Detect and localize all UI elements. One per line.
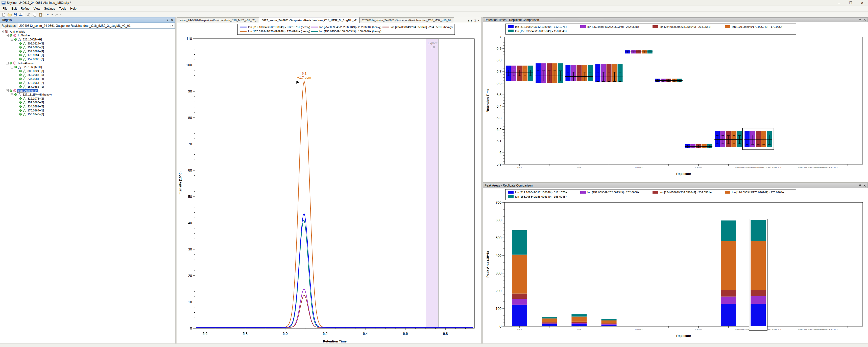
pa-stacked-bar[interactable] (541, 317, 557, 326)
rt-replicate-group[interactable] (565, 65, 593, 81)
expand-collapse-icon[interactable]: − (1, 30, 4, 33)
pa-bar-segment[interactable] (601, 320, 617, 323)
pa-bar-segment[interactable] (750, 296, 766, 304)
pa-bar-segment[interactable] (721, 241, 736, 290)
replicates-combobox[interactable]: 20240612_sonm_24-0661-Gasperino-Ravichan… (18, 23, 175, 29)
pa-bar-segment[interactable] (512, 255, 527, 294)
tree-item[interactable]: 308.0824+[3] (0, 41, 175, 46)
tree-item[interactable]: 158.0948+[3] (0, 112, 175, 116)
undo-button[interactable] (45, 12, 51, 18)
pa-stacked-bar[interactable] (721, 221, 736, 326)
tree-item[interactable]: 170.0964+[1] (0, 109, 175, 113)
tree-item[interactable]: 170.0964+[2] (0, 81, 175, 85)
menu-refine[interactable]: Refine (19, 6, 32, 11)
pa-bar-segment[interactable] (571, 322, 587, 323)
tab-pin-icon[interactable]: ⊼ (474, 19, 476, 22)
pa-bar-segment[interactable] (721, 304, 736, 326)
tree-item[interactable]: 157.0886+[2] (0, 57, 175, 61)
minimize-button[interactable]: – (833, 0, 845, 5)
rt-replicate-group[interactable] (685, 144, 712, 148)
save-button[interactable] (12, 12, 18, 18)
pa-bar-segment[interactable] (601, 319, 617, 320)
pa-bar-segment[interactable] (750, 220, 766, 241)
pa-bar-segment[interactable] (541, 323, 557, 324)
tab-close-icon[interactable]: ✕ (478, 19, 480, 22)
close-icon[interactable] (170, 18, 174, 22)
tree-item[interactable]: 252.0688+[5] (0, 73, 175, 77)
tree-item[interactable]: 157.0886+[1] (0, 85, 175, 89)
copy-button[interactable] (32, 12, 37, 18)
pa-bar-segment[interactable] (512, 230, 527, 255)
tree-item[interactable]: 252.0688+[5] (0, 45, 175, 49)
tree-item[interactable]: 234.0581+[4] (0, 77, 175, 81)
pin-icon[interactable] (858, 18, 862, 22)
tree-item[interactable]: −323.1060[M+H] (0, 37, 175, 41)
expand-collapse-icon[interactable]: − (6, 62, 8, 64)
pa-bar-segment[interactable] (750, 290, 766, 296)
pa-bar-segment[interactable] (541, 322, 557, 323)
rt-replicate-group[interactable] (535, 63, 563, 83)
pa-bar-segment[interactable] (541, 318, 557, 322)
dropdown-arrow-icon[interactable]: ▼ (59, 12, 62, 18)
pa-stacked-bar[interactable] (601, 319, 617, 326)
redo-button[interactable] (54, 12, 59, 18)
new-button[interactable] (1, 12, 6, 18)
pa-stacked-bar[interactable] (512, 230, 527, 326)
pa-bar-segment[interactable] (512, 299, 527, 305)
menu-settings[interactable]: Settings (42, 6, 57, 11)
pa-bar-segment[interactable] (750, 241, 766, 290)
chromatogram-tab[interactable]: 0612_sonm_24-0661-Gasperino-Ravichandran… (259, 17, 359, 23)
tree-item[interactable]: −323.1060[M+H] (0, 65, 175, 69)
tree-item[interactable]: 252.0688+[4] (0, 100, 175, 105)
pin-icon[interactable] (858, 183, 862, 187)
pa-bar-segment[interactable] (541, 317, 557, 318)
pa-bar-segment[interactable] (571, 317, 587, 322)
pa-bar-segment[interactable] (721, 221, 736, 241)
pa-bar-segment[interactable] (601, 324, 617, 325)
open-button[interactable] (6, 12, 12, 18)
pa-bar-segment[interactable] (721, 296, 736, 304)
import-button[interactable] (18, 12, 24, 18)
pin-icon[interactable] (165, 18, 169, 22)
menu-edit[interactable]: Edit (9, 6, 19, 11)
pa-bar-segment[interactable] (601, 323, 617, 324)
pa-bar-segment[interactable] (721, 290, 736, 297)
close-icon[interactable] (863, 18, 867, 22)
pa-bar-segment[interactable] (750, 304, 766, 326)
expand-collapse-icon[interactable]: − (6, 89, 8, 92)
tree-item[interactable]: 170.0964+[1] (0, 53, 175, 57)
chromatogram-tab[interactable]: _sonm_24-0661-Gasperino-Ravichandran_C18… (177, 18, 259, 23)
tree-item[interactable]: −beta-Alanine-d4 (0, 89, 175, 93)
dropdown-arrow-icon[interactable]: ▼ (51, 12, 54, 18)
close-icon[interactable] (863, 183, 867, 187)
rt-replicate-group[interactable] (505, 66, 533, 81)
tree-item[interactable]: 234.0581+[5] (0, 105, 175, 109)
expand-collapse-icon[interactable]: − (10, 38, 13, 41)
menu-tools[interactable]: Tools (57, 6, 68, 11)
cut-button[interactable] (26, 12, 32, 18)
menu-help[interactable]: Help (68, 6, 79, 11)
rt-replicate-group[interactable] (744, 131, 772, 147)
close-button[interactable]: ✕ (857, 0, 868, 5)
maximize-button[interactable]: ❐ (845, 0, 857, 5)
pa-stacked-bar[interactable] (571, 314, 587, 326)
pa-bar-segment[interactable] (571, 323, 587, 324)
pa-stacked-bar[interactable] (750, 220, 766, 326)
tree-item[interactable]: −Amino acids (0, 30, 175, 34)
chevron-down-icon[interactable]: ▼ (170, 25, 175, 27)
pa-bar-segment[interactable] (512, 305, 527, 326)
rt-replicate-group[interactable] (714, 131, 742, 147)
expand-collapse-icon[interactable]: − (6, 34, 8, 37)
pa-bar-segment[interactable] (571, 324, 587, 326)
tree-item[interactable]: 234.0581+[4] (0, 49, 175, 53)
menu-file[interactable]: File (0, 6, 9, 11)
pa-bar-segment[interactable] (601, 325, 617, 326)
tree-item[interactable]: 308.0824+[3] (0, 69, 175, 73)
tab-scroll-right-icon[interactable]: ▶ (471, 19, 473, 22)
expand-collapse-icon[interactable]: − (10, 66, 13, 68)
rt-replicate-group[interactable] (655, 79, 683, 82)
pa-bar-segment[interactable] (541, 324, 557, 326)
tree-item[interactable]: −L-Alanine (0, 34, 175, 38)
rt-replicate-group[interactable] (595, 64, 623, 82)
rt-replicate-group[interactable] (625, 50, 653, 53)
